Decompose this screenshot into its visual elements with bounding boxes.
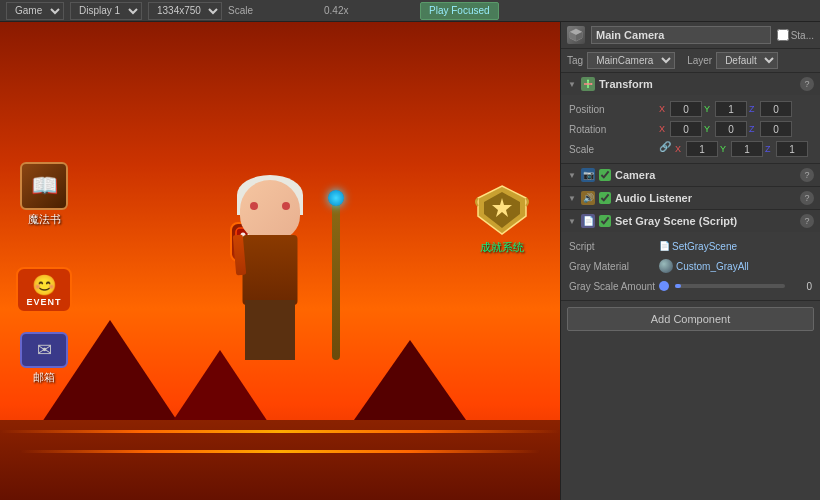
lava-line-1 [0, 430, 560, 433]
gray-body: Script 📄 SetGrayScene Gray Material Cust… [561, 232, 820, 300]
transform-help[interactable]: ? [800, 77, 814, 91]
material-sphere [659, 259, 673, 273]
audio-checkbox[interactable] [599, 192, 611, 204]
audio-header[interactable]: ▼ 🔊 Audio Listener ? [561, 187, 820, 209]
sc-z-input[interactable] [776, 141, 808, 157]
mail-emoji: ✉ [37, 339, 52, 361]
script-value: SetGrayScene [672, 241, 737, 252]
char-eye-left [250, 202, 258, 210]
pos-z-group: Z [749, 101, 792, 117]
camera-help[interactable]: ? [800, 168, 814, 182]
cube-svg [568, 27, 584, 43]
object-cube-icon [567, 26, 585, 44]
audio-icon: 🔊 [581, 191, 595, 205]
gray-name: Set Gray Scene (Script) [615, 215, 796, 227]
magic-book-icon[interactable]: 📖 魔法书 [20, 162, 68, 227]
rot-x-input[interactable] [670, 121, 702, 137]
audio-arrow: ▼ [567, 193, 577, 203]
gray-arrow: ▼ [567, 216, 577, 226]
slider-value: 0 [792, 281, 812, 292]
scale-values: 🔗 X Y Z [659, 141, 812, 157]
play-focused-button[interactable]: Play Focused [420, 2, 499, 20]
inspector-header: Sta... [561, 22, 820, 49]
rot-x-group: X [659, 121, 702, 137]
gray-scale-row: Gray Scale Amount 0 [569, 276, 812, 296]
character [180, 150, 360, 430]
event-button[interactable]: 😊 EVENT [16, 267, 72, 313]
achievement-icon[interactable]: 成就系统 [474, 182, 530, 255]
main-content: 📖 魔法书 成就 [0, 22, 820, 500]
display-dropdown[interactable]: Display 1 [70, 2, 142, 20]
char-torso [243, 235, 298, 305]
pos-x-axis: X [659, 104, 669, 114]
scale-prop-label: Scale [569, 144, 659, 155]
position-label: Position [569, 104, 659, 115]
sc-y-group: Y [720, 141, 763, 157]
audio-name: Audio Listener [615, 192, 796, 204]
material-val-container: Custom_GrayAll [659, 259, 812, 273]
rotation-label: Rotation [569, 124, 659, 135]
event-box: 😊 EVENT [16, 267, 72, 313]
pos-y-group: Y [704, 101, 747, 117]
rot-y-group: Y [704, 121, 747, 137]
camera-header[interactable]: ▼ 📷 Camera ? [561, 164, 820, 186]
tag-select[interactable]: MainCamera [587, 52, 675, 69]
game-viewport: 📖 魔法书 成就 [0, 22, 560, 500]
rot-y-axis: Y [704, 124, 714, 134]
rot-z-group: Z [749, 121, 792, 137]
transform-svg [582, 78, 594, 90]
rot-y-input[interactable] [715, 121, 747, 137]
position-values: X Y Z [659, 101, 812, 117]
resolution-dropdown[interactable]: 1334x750 [148, 2, 222, 20]
event-text: EVENT [22, 297, 66, 307]
rot-z-input[interactable] [760, 121, 792, 137]
gray-help[interactable]: ? [800, 214, 814, 228]
rotation-row: Rotation X Y Z [569, 119, 812, 139]
magic-book-label: 魔法书 [20, 212, 68, 227]
tag-layer-row: Tag MainCamera Layer Default [561, 49, 820, 73]
gray-scale-label: Gray Scale Amount [569, 281, 659, 292]
transform-header[interactable]: ▼ Transform ? [561, 73, 820, 95]
object-name-input[interactable] [591, 26, 771, 44]
transform-arrow: ▼ [567, 79, 577, 89]
gray-scene-header[interactable]: ▼ 📄 Set Gray Scene (Script) ? [561, 210, 820, 232]
game-dropdown[interactable]: Game [6, 2, 64, 20]
badge-svg [474, 182, 530, 238]
script-icon: 📄 [659, 241, 670, 251]
scale-lock-icon: 🔗 [659, 141, 671, 157]
pos-y-input[interactable] [715, 101, 747, 117]
inspector-panel: Sta... Tag MainCamera Layer Default ▼ [560, 22, 820, 500]
layer-select[interactable]: Default [716, 52, 778, 69]
mail-label: 邮箱 [20, 370, 68, 385]
gray-checkbox[interactable] [599, 215, 611, 227]
pos-z-axis: Z [749, 104, 759, 114]
char-staff [332, 200, 340, 360]
add-component-button[interactable]: Add Component [567, 307, 814, 331]
rot-z-axis: Z [749, 124, 759, 134]
sc-y-input[interactable] [731, 141, 763, 157]
position-row: Position X Y Z [569, 99, 812, 119]
transform-name: Transform [599, 78, 796, 90]
camera-emoji: 📷 [583, 170, 594, 180]
pos-x-input[interactable] [670, 101, 702, 117]
pos-x-group: X [659, 101, 702, 117]
gray-material-label: Gray Material [569, 261, 659, 272]
mail-icon[interactable]: ✉ 邮箱 [20, 332, 68, 385]
transform-icon [581, 77, 595, 91]
sc-y-axis: Y [720, 144, 730, 154]
achievement-badge [474, 182, 530, 238]
material-value: Custom_GrayAll [676, 261, 749, 272]
gray-scene-component: ▼ 📄 Set Gray Scene (Script) ? Script 📄 S… [561, 210, 820, 301]
static-checkbox[interactable] [777, 29, 789, 41]
slider-track[interactable] [675, 284, 785, 288]
audio-help[interactable]: ? [800, 191, 814, 205]
camera-checkbox[interactable] [599, 169, 611, 181]
sc-x-input[interactable] [686, 141, 718, 157]
staff-orb [328, 190, 344, 206]
sc-z-group: Z [765, 141, 808, 157]
rotation-values: X Y Z [659, 121, 812, 137]
transform-body: Position X Y Z [561, 95, 820, 163]
slider-circle [659, 281, 669, 291]
char-body [190, 170, 350, 430]
pos-z-input[interactable] [760, 101, 792, 117]
